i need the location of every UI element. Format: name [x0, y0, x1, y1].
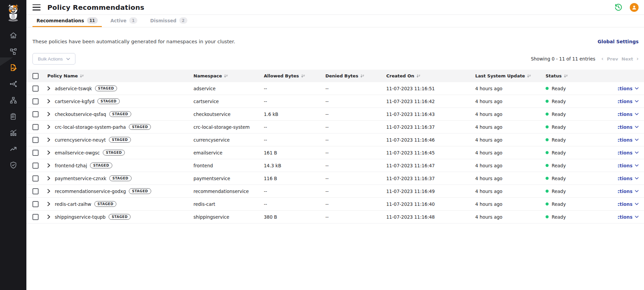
row-select-cell	[26, 98, 47, 104]
table-row: adservice-tswqk STAGED adservice -- -- 1…	[26, 82, 644, 95]
policy-name-cell: cartservice-kgfyd STAGED	[47, 98, 193, 104]
expand-chevron-icon[interactable]	[47, 150, 55, 155]
expand-chevron-icon[interactable]	[47, 86, 55, 91]
tab-dismissed[interactable]: Dismissed 2	[146, 15, 191, 27]
expand-chevron-icon[interactable]	[47, 176, 55, 180]
user-avatar-icon[interactable]	[630, 3, 639, 12]
staged-badge: STAGED	[109, 111, 131, 117]
expand-chevron-icon[interactable]	[47, 202, 55, 206]
sort-icon	[224, 74, 228, 78]
last-update-cell: 4 hours ago	[475, 124, 546, 130]
policy-name: emailservice-owgsc	[55, 150, 100, 155]
actions-dropdown[interactable]: Actions	[618, 124, 639, 130]
created-on-cell: 11-07-2023 11:16:47	[386, 163, 475, 168]
tab-active[interactable]: Active 1	[107, 15, 142, 27]
actions-dropdown[interactable]: Actions	[618, 137, 639, 143]
select-all-checkbox[interactable]	[32, 73, 39, 79]
staged-badge: STAGED	[109, 175, 131, 182]
hamburger-menu-icon[interactable]	[32, 4, 41, 10]
actions-label: Actions	[618, 189, 632, 194]
column-header-allowed-bytes[interactable]: Allowed Bytes	[264, 73, 325, 78]
created-on-cell: 11-07-2023 11:16:51	[386, 86, 475, 91]
allowed-bytes-cell: 116 B	[264, 176, 325, 181]
row-checkbox[interactable]	[32, 111, 39, 117]
actions-dropdown[interactable]: Actions	[618, 176, 639, 181]
sidebar-item-sitemap[interactable]	[0, 92, 26, 108]
expand-chevron-icon[interactable]	[47, 163, 55, 168]
column-header-created-on[interactable]: Created On	[386, 73, 475, 78]
history-icon[interactable]	[614, 3, 623, 12]
expand-chevron-icon[interactable]	[47, 215, 55, 219]
namespace-cell: checkoutservice	[193, 112, 264, 117]
sidebar-item-home[interactable]	[0, 27, 26, 43]
sidebar-item-clipboard[interactable]	[0, 108, 26, 124]
sidebar-item-topology[interactable]	[0, 43, 26, 59]
actions-cell: Actions	[618, 99, 644, 104]
prev-button[interactable]: Prev	[607, 56, 618, 62]
actions-dropdown[interactable]: Actions	[618, 189, 639, 194]
row-select-cell	[26, 188, 47, 194]
actions-dropdown[interactable]: Actions	[618, 86, 639, 91]
denied-bytes-cell: --	[325, 112, 386, 117]
next-arrow-icon[interactable]: ›	[637, 56, 639, 62]
expand-chevron-icon[interactable]	[47, 99, 55, 103]
actions-dropdown[interactable]: Actions	[618, 214, 639, 220]
row-checkbox[interactable]	[32, 150, 39, 156]
sidebar-item-trending[interactable]	[0, 141, 26, 157]
column-header-status[interactable]: Status	[546, 73, 618, 78]
column-header-last-system-update[interactable]: Last System Update	[475, 73, 546, 78]
status-dot-icon	[546, 87, 549, 90]
row-select-cell	[26, 163, 47, 169]
status-label: Ready	[552, 86, 566, 91]
sidebar-item-share-nodes[interactable]	[0, 76, 26, 92]
global-settings-link[interactable]: Global Settings	[598, 39, 639, 44]
sidebar-item-analytics[interactable]	[0, 124, 26, 141]
status-dot-icon	[546, 177, 549, 180]
status-dot-icon	[546, 113, 549, 116]
created-on-cell: 11-07-2023 11:16:42	[386, 99, 475, 104]
sidebar-item-policy-editor[interactable]	[0, 59, 26, 76]
row-checkbox[interactable]	[32, 137, 39, 143]
chevron-down-icon	[635, 100, 639, 102]
column-header-namespace[interactable]: Namespace	[193, 73, 264, 78]
chevron-down-icon	[635, 151, 639, 154]
status-label: Ready	[552, 99, 566, 104]
row-checkbox[interactable]	[32, 188, 39, 194]
policy-name-cell: shippingservice-tqupb STAGED	[47, 214, 193, 220]
row-checkbox[interactable]	[32, 175, 39, 182]
allowed-bytes-cell: --	[264, 86, 325, 91]
actions-dropdown[interactable]: Actions	[618, 112, 639, 117]
tab-label: Active	[111, 18, 127, 23]
policy-name: currencyservice-neuyt	[55, 137, 106, 143]
actions-dropdown[interactable]: Actions	[618, 201, 639, 207]
clipboard-icon	[9, 113, 17, 120]
row-checkbox[interactable]	[32, 124, 39, 130]
analytics-chart-icon	[9, 129, 17, 137]
row-checkbox[interactable]	[32, 201, 39, 207]
allowed-bytes-cell: 161 B	[264, 150, 325, 155]
actions-dropdown[interactable]: Actions	[618, 150, 639, 155]
staged-badge: STAGED	[129, 124, 151, 130]
sort-icon	[301, 74, 305, 78]
prev-arrow-icon[interactable]: ‹	[601, 56, 603, 62]
row-checkbox[interactable]	[32, 163, 39, 169]
actions-dropdown[interactable]: Actions	[618, 99, 639, 104]
denied-bytes-cell: --	[325, 189, 386, 194]
tab-recommendations[interactable]: Recommendations 11	[32, 15, 102, 27]
allowed-bytes-cell: 1.6 kB	[264, 112, 325, 117]
row-select-cell	[26, 150, 47, 156]
column-header-denied-bytes[interactable]: Denied Bytes	[325, 73, 386, 78]
expand-chevron-icon[interactable]	[47, 138, 55, 142]
actions-dropdown[interactable]: Actions	[618, 163, 639, 168]
column-header-policy-name[interactable]: Policy Name	[47, 73, 193, 78]
expand-chevron-icon[interactable]	[47, 189, 55, 193]
next-button[interactable]: Next	[622, 56, 633, 62]
status-cell: Ready	[546, 176, 618, 181]
row-checkbox[interactable]	[32, 86, 39, 92]
row-checkbox[interactable]	[32, 98, 39, 104]
row-checkbox[interactable]	[32, 214, 39, 220]
expand-chevron-icon[interactable]	[47, 112, 55, 116]
expand-chevron-icon[interactable]	[47, 125, 55, 129]
sidebar-item-security[interactable]	[0, 157, 26, 173]
bulk-actions-button[interactable]: Bulk Actions	[32, 53, 75, 65]
